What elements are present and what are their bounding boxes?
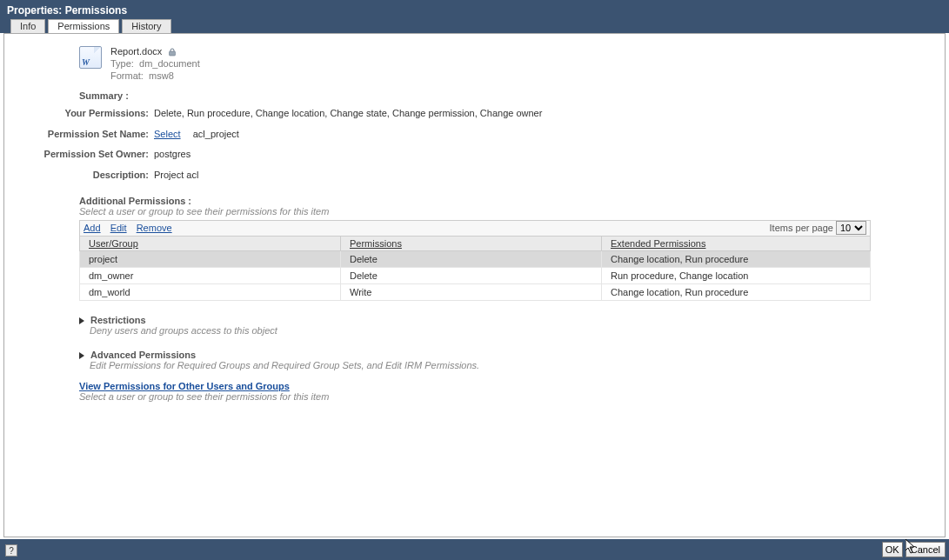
file-format-value: msw8 bbox=[149, 70, 174, 81]
ok-button[interactable]: OK bbox=[882, 542, 903, 557]
footer-bar: ? OK Cancel bbox=[0, 539, 949, 560]
lock-icon bbox=[168, 48, 177, 57]
file-type-value: dm_document bbox=[139, 58, 200, 69]
file-name: Report.docx bbox=[110, 46, 162, 57]
permission-set-name-label: Permission Set Name: bbox=[3, 127, 154, 143]
description-label: Description: bbox=[3, 168, 154, 183]
advanced-permissions-heading[interactable]: Advanced Permissions bbox=[90, 350, 196, 360]
cell-ext: Change location, Run procedure bbox=[602, 283, 871, 300]
file-header: Report.docx Type: dm_document Format: ms… bbox=[79, 46, 945, 82]
restrictions-heading[interactable]: Restrictions bbox=[90, 315, 146, 325]
edit-link[interactable]: Edit bbox=[110, 223, 127, 233]
restrictions-toggle-icon[interactable] bbox=[79, 317, 84, 324]
help-button[interactable]: ? bbox=[5, 544, 17, 557]
tab-permissions[interactable]: Permissions bbox=[48, 19, 119, 33]
permission-set-name-value: acl_project bbox=[193, 129, 239, 139]
window-title: Properties: Permissions bbox=[0, 0, 949, 21]
view-permissions-other-sub: Select a user or group to see their perm… bbox=[79, 391, 945, 402]
items-per-page-label: Items per page bbox=[770, 223, 833, 233]
remove-link[interactable]: Remove bbox=[137, 223, 172, 233]
content-frame: Report.docx Type: dm_document Format: ms… bbox=[3, 33, 946, 537]
col-permissions[interactable]: Permissions bbox=[341, 236, 602, 250]
additional-permissions-sub: Select a user or group to see their perm… bbox=[79, 206, 945, 217]
file-format-label: Format: bbox=[110, 70, 144, 81]
permission-set-select-link[interactable]: Select bbox=[154, 129, 181, 139]
summary-heading: Summary : bbox=[79, 90, 945, 101]
description-value: Project acl bbox=[154, 168, 868, 183]
add-link[interactable]: Add bbox=[84, 223, 101, 233]
svg-rect-0 bbox=[170, 51, 176, 56]
tab-info[interactable]: Info bbox=[10, 19, 45, 33]
col-user-group[interactable]: User/Group bbox=[80, 236, 341, 250]
cell-ext: Run procedure, Change location bbox=[602, 267, 871, 283]
permission-set-owner-value: postgres bbox=[154, 147, 868, 163]
cell-user: dm_world bbox=[80, 283, 341, 300]
tab-bar: Info Permissions History bbox=[0, 21, 949, 33]
table-row[interactable]: project Delete Change location, Run proc… bbox=[80, 250, 871, 267]
your-permissions-label: Your Permissions: bbox=[3, 106, 154, 122]
file-type-label: Type: bbox=[110, 58, 134, 69]
restrictions-sub: Deny users and groups access to this obj… bbox=[90, 325, 945, 336]
table-row[interactable]: dm_world Write Change location, Run proc… bbox=[80, 283, 871, 300]
your-permissions-value: Delete, Run procedure, Change location, … bbox=[154, 106, 868, 122]
word-document-icon bbox=[79, 46, 102, 69]
table-row[interactable]: dm_owner Delete Run procedure, Change lo… bbox=[80, 267, 871, 283]
advanced-toggle-icon[interactable] bbox=[79, 352, 84, 359]
additional-permissions-heading: Additional Permissions : bbox=[79, 196, 945, 206]
advanced-permissions-sub: Edit Permissions for Required Groups and… bbox=[90, 360, 945, 370]
view-permissions-other-link[interactable]: View Permissions for Other Users and Gro… bbox=[79, 381, 290, 391]
permissions-toolbar: Add Edit Remove Items per page 10 bbox=[79, 220, 871, 236]
cell-perm: Write bbox=[341, 283, 602, 300]
cell-user: dm_owner bbox=[80, 267, 341, 283]
cell-perm: Delete bbox=[341, 250, 602, 267]
cell-perm: Delete bbox=[341, 267, 602, 283]
permissions-table: User/Group Permissions Extended Permissi… bbox=[79, 236, 871, 301]
cancel-button[interactable]: Cancel bbox=[906, 542, 946, 557]
tab-history[interactable]: History bbox=[122, 19, 170, 33]
permission-set-owner-label: Permission Set Owner: bbox=[3, 147, 154, 163]
col-extended-permissions[interactable]: Extended Permissions bbox=[602, 236, 871, 250]
cell-user: project bbox=[80, 250, 341, 267]
items-per-page-select[interactable]: 10 bbox=[836, 221, 866, 235]
cell-ext: Change location, Run procedure bbox=[602, 250, 871, 267]
